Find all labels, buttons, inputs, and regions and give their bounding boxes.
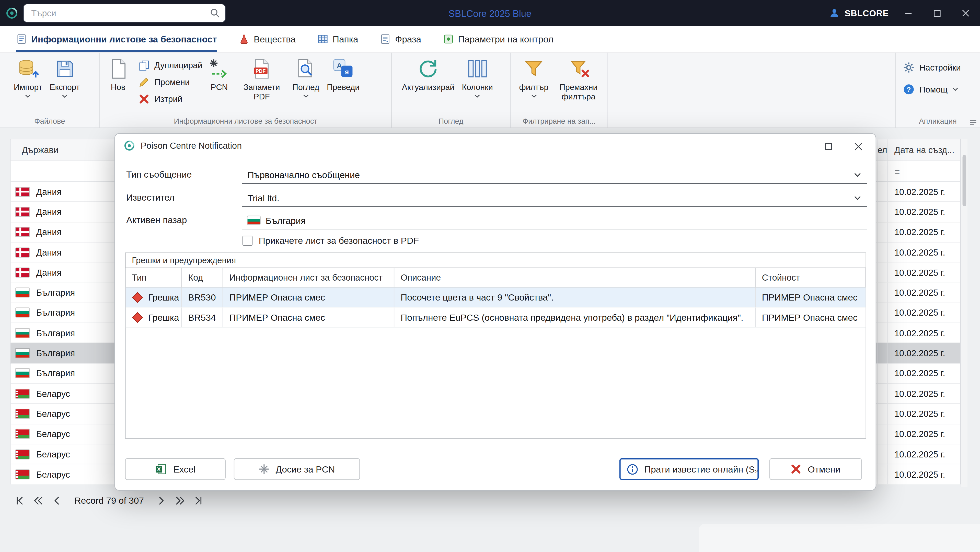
next-record-button[interactable] bbox=[152, 491, 171, 510]
dropdown-chevron-icon bbox=[474, 95, 480, 99]
created-date-cell: 10.02.2025 г. bbox=[888, 344, 960, 363]
filter-button[interactable]: филтър bbox=[516, 55, 552, 99]
minimize-button[interactable] bbox=[894, 0, 923, 26]
columns-button[interactable]: Колонки bbox=[458, 55, 497, 99]
excel-button[interactable]: X Excel bbox=[125, 458, 226, 480]
message-type-select[interactable]: Първоначално съобщение bbox=[242, 166, 867, 184]
info-icon bbox=[627, 464, 638, 475]
country-flag-icon bbox=[16, 248, 29, 256]
delete-button[interactable]: Изтрий bbox=[139, 94, 202, 105]
global-search-input[interactable] bbox=[24, 8, 205, 18]
edit-button[interactable]: Промени bbox=[139, 77, 202, 87]
dialog-titlebar[interactable]: Poison Centre Notification bbox=[115, 134, 876, 157]
search-icon[interactable] bbox=[205, 8, 225, 18]
column-header-description[interactable]: Описание bbox=[394, 268, 756, 287]
dialog-maximize-button[interactable] bbox=[816, 137, 841, 156]
next-page-button[interactable] bbox=[171, 491, 189, 510]
created-date-cell: 10.02.2025 г. bbox=[888, 303, 960, 323]
country-name: Дания bbox=[36, 186, 62, 197]
new-button[interactable]: Нов bbox=[102, 55, 134, 93]
gear-icon bbox=[903, 62, 914, 73]
pcn-dossier-button[interactable]: Досие за PCN bbox=[234, 458, 360, 480]
error-sds-cell: ПРИМЕР Опасна смес bbox=[223, 288, 394, 307]
column-header-code[interactable]: Код bbox=[182, 268, 223, 287]
error-row[interactable]: Грешка BR530 ПРИМЕР Опасна смес Посочете… bbox=[126, 288, 866, 307]
country-name: България bbox=[36, 348, 75, 358]
dialog-close-button[interactable] bbox=[846, 137, 871, 156]
tab-phrase[interactable]: Фраза bbox=[380, 26, 421, 52]
attach-pdf-row: Прикачете лист за безопасност в PDF bbox=[242, 235, 419, 246]
help-button[interactable]: ? Помощ bbox=[903, 84, 977, 95]
clear-filter-button[interactable]: Премахни филтъра bbox=[552, 55, 605, 103]
notifier-select[interactable]: Trial ltd. bbox=[242, 189, 867, 207]
country-name: Дания bbox=[36, 207, 62, 217]
view-button[interactable]: Поглед bbox=[288, 55, 323, 99]
first-record-button[interactable] bbox=[10, 491, 29, 510]
notifier-row: Известител Trial ltd. bbox=[115, 189, 876, 207]
send-notification-online-button[interactable]: Прати известие онлайн (S₂S bbox=[619, 458, 759, 480]
dropdown-chevron-icon bbox=[531, 95, 537, 99]
scrollbar-thumb[interactable] bbox=[963, 155, 966, 207]
button-label: Актуализирай bbox=[402, 83, 454, 92]
created-date-cell: 10.02.2025 г. bbox=[888, 242, 960, 262]
tab-folder[interactable]: Папка bbox=[318, 26, 358, 52]
attach-pdf-label: Прикачете лист за безопасност в PDF bbox=[259, 235, 419, 246]
dropdown-chevron-icon bbox=[303, 95, 309, 99]
delete-x-icon bbox=[139, 94, 150, 105]
filter-operator[interactable]: = bbox=[894, 166, 900, 177]
ribbon-tab-bar: Информационни листове за безопасност Вещ… bbox=[0, 26, 980, 52]
errors-table: Тип Код Информационен лист за безопаснос… bbox=[125, 268, 866, 439]
duplicate-button[interactable]: Дуплицирай bbox=[139, 60, 202, 71]
active-market-field[interactable]: България bbox=[242, 212, 867, 229]
country-flag-icon bbox=[16, 349, 29, 358]
tab-safety-data-sheets[interactable]: Информационни листове за безопасност bbox=[16, 26, 217, 52]
created-date-cell: 10.02.2025 г. bbox=[888, 404, 960, 424]
flask-icon bbox=[239, 34, 250, 45]
country-name: България bbox=[36, 368, 75, 378]
tab-label: Фраза bbox=[395, 34, 421, 44]
refresh-button[interactable]: Актуализирай bbox=[398, 55, 458, 93]
cancel-button[interactable]: Отмени bbox=[770, 458, 862, 480]
hidden-filter-cell[interactable] bbox=[877, 161, 888, 181]
maximize-button[interactable] bbox=[923, 0, 951, 26]
column-header-type[interactable]: Тип bbox=[126, 268, 182, 287]
pcn-button[interactable]: PCN bbox=[204, 55, 235, 93]
country-flag-icon bbox=[16, 187, 29, 196]
date-filter-cell[interactable]: = bbox=[888, 161, 960, 181]
column-header-value[interactable]: Стойност bbox=[756, 268, 865, 287]
ribbon-options-icon[interactable] bbox=[969, 119, 977, 126]
account-label[interactable]: SBLCORE bbox=[845, 8, 889, 18]
country-flag-icon bbox=[16, 369, 29, 378]
button-label: Нов bbox=[111, 83, 126, 92]
tab-substances[interactable]: Вещества bbox=[239, 26, 296, 52]
close-button[interactable] bbox=[951, 0, 980, 26]
error-code-cell: BR530 bbox=[182, 288, 223, 307]
attach-pdf-checkbox[interactable] bbox=[242, 235, 253, 246]
search-box[interactable] bbox=[23, 4, 225, 22]
settings-button[interactable]: Настройки bbox=[903, 62, 977, 73]
button-label: Импорт bbox=[14, 83, 42, 92]
errors-table-header: Тип Код Информационен лист за безопаснос… bbox=[126, 268, 866, 288]
hidden-column-header[interactable]: ел bbox=[877, 139, 888, 161]
tab-control-parameters[interactable]: Параметри на контрол bbox=[443, 26, 554, 52]
corner-overlay bbox=[698, 524, 980, 552]
error-type-cell: Грешка bbox=[126, 288, 182, 307]
prev-record-button[interactable] bbox=[48, 491, 66, 510]
error-row[interactable]: Грешка BR534 ПРИМЕР Опасна смес Попълнет… bbox=[126, 307, 866, 328]
hidden-column-cell bbox=[877, 222, 888, 242]
column-header-sds[interactable]: Информационен лист за безопасност bbox=[223, 268, 394, 287]
created-date-column-header[interactable]: Дата на създ... bbox=[888, 139, 960, 161]
last-record-button[interactable] bbox=[189, 491, 208, 510]
errors-section-header: Грешки и предупреждения bbox=[125, 253, 866, 268]
error-value-cell: ПРИМЕР Опасна смес bbox=[756, 288, 865, 307]
preview-magnifier-icon bbox=[294, 56, 317, 81]
country-name: Дания bbox=[36, 227, 62, 237]
import-button[interactable]: Импорт bbox=[10, 55, 46, 99]
button-label: PCN bbox=[210, 83, 228, 92]
vertical-scrollbar[interactable] bbox=[961, 139, 967, 487]
save-pdf-button[interactable]: PDF Запамети PDF bbox=[235, 55, 288, 103]
prev-page-button[interactable] bbox=[29, 491, 48, 510]
translate-button[interactable]: Ая Преведи bbox=[323, 55, 363, 93]
export-button[interactable]: Експорт bbox=[46, 55, 84, 99]
hidden-column-cell bbox=[877, 364, 888, 383]
